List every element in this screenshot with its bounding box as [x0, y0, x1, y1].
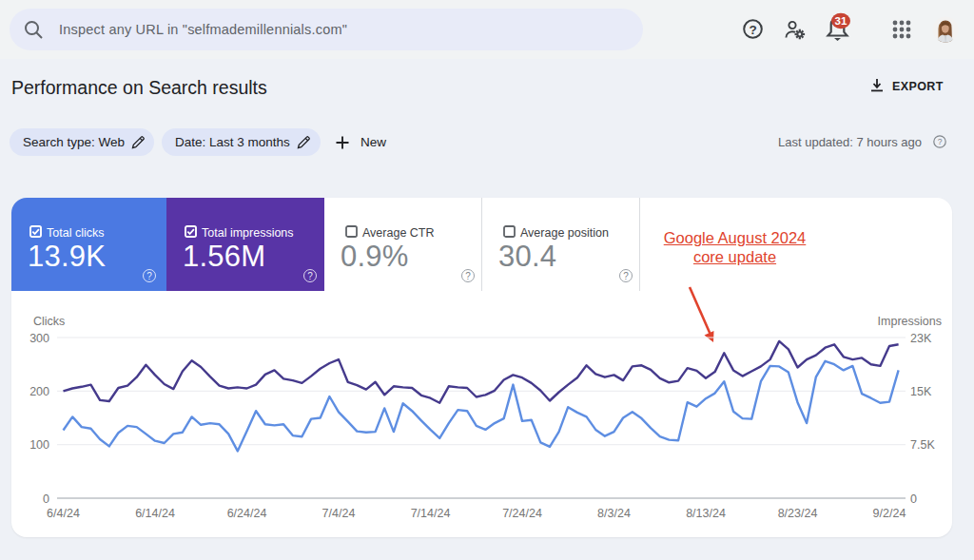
svg-text:6/24/24: 6/24/24	[227, 507, 267, 520]
svg-text:Clicks: Clicks	[33, 315, 65, 328]
svg-text:?: ?	[938, 137, 943, 146]
svg-text:8/23/24: 8/23/24	[778, 507, 818, 520]
svg-text:?: ?	[749, 23, 756, 37]
svg-text:7/4/24: 7/4/24	[322, 507, 356, 520]
svg-text:7/14/24: 7/14/24	[411, 507, 451, 520]
svg-text:9/2/24: 9/2/24	[873, 507, 906, 520]
svg-text:6/4/24: 6/4/24	[47, 507, 80, 520]
svg-text:0: 0	[43, 492, 49, 506]
svg-text:7/24/24: 7/24/24	[502, 507, 542, 520]
svg-text:31: 31	[835, 15, 847, 27]
svg-text:Impressions: Impressions	[878, 315, 942, 328]
svg-text:15K: 15K	[910, 385, 932, 398]
svg-text:23K: 23K	[910, 332, 932, 345]
svg-text:7.5K: 7.5K	[910, 438, 935, 452]
svg-text:100: 100	[29, 438, 49, 452]
svg-text:8/13/24: 8/13/24	[686, 507, 726, 520]
svg-text:0: 0	[910, 492, 917, 506]
svg-text:300: 300	[29, 332, 49, 345]
svg-text:8/3/24: 8/3/24	[597, 507, 631, 520]
svg-text:6/14/24: 6/14/24	[135, 507, 175, 520]
svg-text:200: 200	[29, 385, 49, 398]
